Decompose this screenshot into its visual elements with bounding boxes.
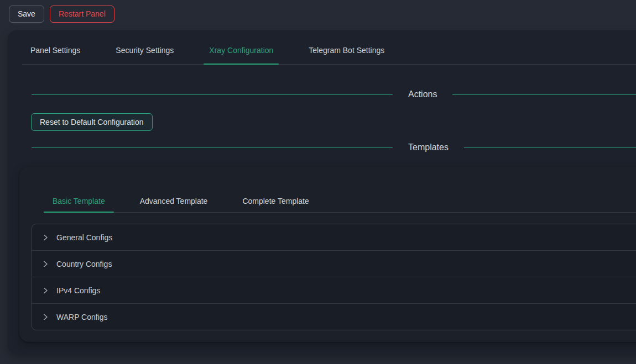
collapse-header-label: WARP Configs	[56, 313, 108, 321]
settings-tab-bar: Panel Settings Security Settings Xray Co…	[22, 30, 636, 65]
collapse-header-warp-configs[interactable]: WARP Configs	[32, 303, 636, 330]
tab-complete-template[interactable]: Complete Template	[233, 196, 317, 212]
collapse-header-label: IPv4 Configs	[56, 286, 100, 295]
templates-divider: Templates	[32, 141, 636, 154]
chevron-right-icon	[42, 234, 49, 241]
top-toolbar: Save Restart Panel	[9, 6, 114, 23]
collapse-header-country-configs[interactable]: Country Configs	[32, 250, 636, 277]
collapse-header-ipv4-configs[interactable]: IPv4 Configs	[32, 277, 636, 303]
collapse-header-general-configs[interactable]: General Configs	[32, 224, 636, 250]
tab-advanced-template[interactable]: Advanced Template	[131, 196, 217, 212]
divider-line	[32, 147, 393, 148]
restart-panel-button[interactable]: Restart Panel	[50, 6, 114, 23]
templates-section-title: Templates	[408, 143, 449, 152]
tab-security-settings[interactable]: Security Settings	[110, 45, 179, 64]
templates-card: Basic Template Advanced Template Complet…	[19, 167, 636, 342]
tab-telegram-bot-settings[interactable]: Telegram Bot Settings	[303, 45, 390, 64]
tab-basic-template[interactable]: Basic Template	[44, 196, 114, 212]
actions-section-title: Actions	[408, 89, 437, 99]
settings-card: Panel Settings Security Settings Xray Co…	[8, 30, 636, 354]
tab-panel-settings[interactable]: Panel Settings	[25, 45, 86, 64]
collapse-header-label: Country Configs	[56, 260, 112, 268]
config-collapse-list: General Configs Country Configs IPv4 Con…	[32, 224, 636, 330]
divider-line	[452, 94, 636, 95]
chevron-right-icon	[42, 287, 49, 294]
chevron-right-icon	[42, 314, 49, 320]
collapse-header-label: General Configs	[56, 233, 112, 242]
chevron-right-icon	[42, 261, 49, 267]
save-button[interactable]: Save	[9, 6, 44, 23]
template-tab-bar: Basic Template Advanced Template Complet…	[44, 167, 636, 213]
tab-xray-configuration[interactable]: Xray Configuration	[204, 45, 279, 64]
divider-line	[464, 147, 636, 148]
reset-default-configuration-button[interactable]: Reset to Default Configuration	[31, 113, 153, 131]
actions-divider: Actions	[32, 88, 636, 101]
divider-line	[32, 94, 393, 95]
